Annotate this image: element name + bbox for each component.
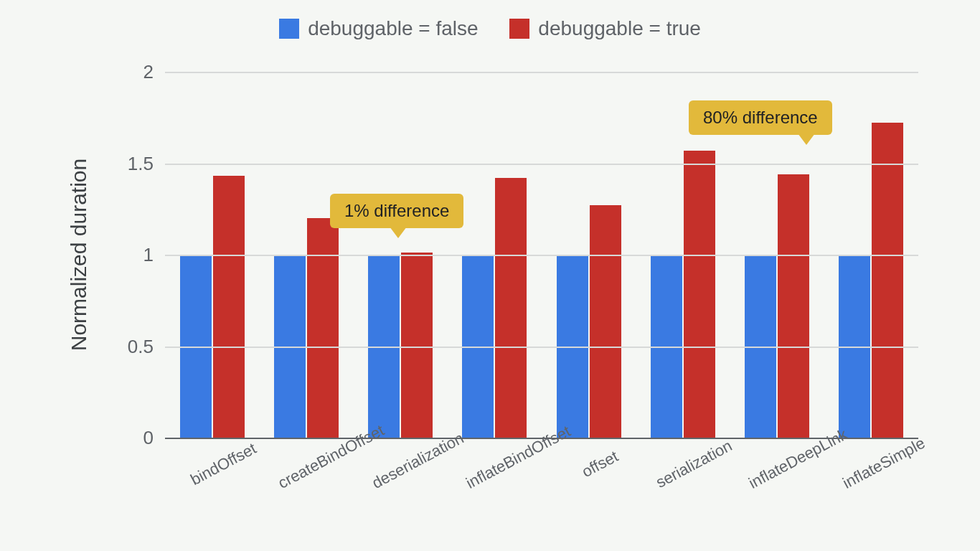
legend-item-false: debuggable = false (279, 17, 478, 40)
bar-debuggable-true (778, 174, 809, 438)
x-tick-label: serialization (651, 435, 768, 551)
bar-debuggable-true (307, 218, 339, 438)
y-axis-title-text: Normalized duration (67, 159, 91, 351)
x-tick-label: offset (557, 435, 674, 551)
gridline (165, 72, 918, 73)
annotation-80pct-text: 80% difference (703, 108, 818, 127)
legend-swatch-false (279, 19, 299, 39)
annotation-80pct: 80% difference (689, 100, 832, 135)
gridline (165, 347, 918, 348)
x-tick-label: bindOffset (181, 435, 297, 551)
x-tick-label: inflateBindOffset (463, 435, 580, 551)
legend: debuggable = false debuggable = true (0, 17, 980, 44)
y-tick-label: 1.5 (128, 152, 154, 174)
bar-debuggable-true (213, 176, 245, 438)
legend-swatch-true (509, 19, 529, 39)
bar-debuggable-true (495, 178, 527, 438)
y-tick-label: 1 (143, 244, 154, 266)
annotation-1pct: 1% difference (330, 194, 463, 228)
gridline (165, 255, 918, 256)
x-tick-label: createBindOffset (275, 435, 391, 551)
legend-item-true: debuggable = true (509, 17, 701, 40)
annotation-1pct-text: 1% difference (344, 201, 449, 220)
bar-debuggable-true (401, 253, 433, 438)
legend-label-true: debuggable = true (538, 17, 701, 40)
x-tick-label: inflateDeepLink (746, 435, 862, 551)
gridline (165, 164, 918, 165)
x-axis-labels: bindOffsetcreateBindOffsetdeserializatio… (165, 443, 918, 529)
y-axis-title: Normalized duration (65, 72, 93, 438)
bar-debuggable-true (872, 123, 903, 438)
chart: debuggable = false debuggable = true Nor… (0, 0, 980, 551)
y-tick-label: 0 (143, 427, 154, 449)
bar-debuggable-true (590, 205, 621, 438)
y-tick-label: 2 (143, 61, 154, 83)
y-tick-label: 0.5 (128, 335, 154, 357)
annotation-tail-icon (798, 133, 815, 145)
x-tick-label: deserialization (369, 435, 486, 551)
x-tick-label: inflateSimple (840, 435, 956, 551)
annotation-tail-icon (390, 227, 407, 238)
legend-label-false: debuggable = false (308, 17, 478, 40)
bar-debuggable-true (684, 151, 715, 438)
